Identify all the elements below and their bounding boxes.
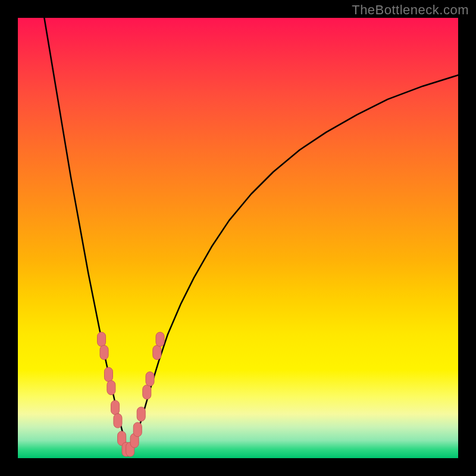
plot-area: [18, 18, 458, 458]
series-group: [44, 18, 458, 452]
marker-point: [104, 367, 112, 381]
chart-frame: TheBottleneck.com: [0, 0, 476, 476]
series-right-branch: [128, 75, 458, 452]
marker-point: [143, 385, 151, 399]
marker-point: [137, 407, 145, 421]
marker-point: [100, 345, 108, 359]
marker-point: [98, 332, 106, 346]
chart-svg: [18, 18, 458, 458]
marker-point: [114, 414, 122, 428]
marker-point: [133, 422, 142, 437]
marker-point: [111, 400, 120, 415]
marker-point: [153, 345, 161, 359]
marker-point: [107, 381, 115, 395]
watermark-text: TheBottleneck.com: [352, 2, 469, 18]
marker-point: [156, 332, 164, 346]
marker-point: [146, 372, 154, 386]
marker-group: [98, 332, 164, 456]
